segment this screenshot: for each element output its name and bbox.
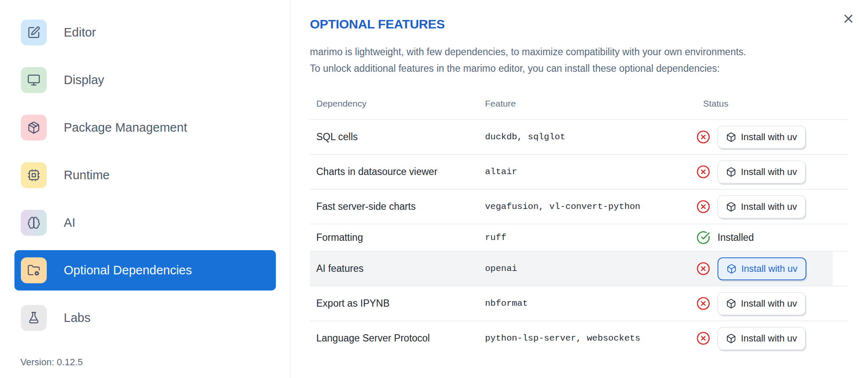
circle-x-icon: [696, 130, 710, 144]
dependency-cell: SQL cells: [310, 131, 485, 143]
sidebar-item-ai[interactable]: AI: [14, 203, 276, 243]
settings-sidebar: Editor Display Package Management Runtim…: [0, 0, 290, 378]
circle-check-icon: [696, 231, 710, 245]
sidebar-item-runtime[interactable]: Runtime: [14, 155, 276, 195]
column-header-dependency: Dependency: [310, 99, 485, 109]
sidebar-item-optional-dependencies[interactable]: Optional Dependencies: [14, 250, 276, 291]
cpu-icon: [21, 162, 47, 188]
sidebar-item-label: Optional Dependencies: [64, 263, 192, 277]
sidebar-item-labs[interactable]: Labs: [14, 298, 276, 338]
install-with-uv-button[interactable]: Install with uv: [718, 292, 806, 315]
sidebar-item-package-management[interactable]: Package Management: [14, 107, 276, 148]
edit-icon: [21, 20, 47, 45]
feature-cell: python-lsp-server, websockets: [485, 333, 696, 343]
table-row: AI features openai Install with uv: [310, 251, 848, 286]
column-header-feature: Feature: [485, 99, 696, 109]
dependency-cell: Formatting: [310, 232, 485, 243]
install-button-label: Install with uv: [741, 201, 797, 212]
package-icon: [726, 132, 736, 142]
optional-features-panel: OPTIONAL FEATURES marimo is lightweight,…: [290, 0, 868, 378]
monitor-icon: [21, 67, 47, 93]
install-with-uv-button[interactable]: Install with uv: [718, 161, 806, 183]
install-button-label: Install with uv: [741, 132, 797, 143]
feature-cell: openai: [485, 264, 696, 274]
sidebar-item-label: Editor: [64, 25, 96, 39]
dependency-cell: Charts in datasource viewer: [310, 166, 485, 178]
package-icon: [726, 264, 737, 274]
status-cell: Install with uv: [696, 292, 848, 315]
package-icon: [726, 299, 736, 309]
package-icon: [726, 167, 736, 177]
install-button-label: Install with uv: [741, 166, 797, 178]
dependency-cell: Export as IPYNB: [310, 298, 485, 309]
column-header-status: Status: [696, 99, 848, 109]
feature-cell: vegafusion, vl-convert-python: [485, 202, 696, 212]
status-cell: Install with uv: [696, 126, 848, 149]
status-cell: Install with uv: [696, 327, 848, 350]
sidebar-item-display[interactable]: Display: [14, 60, 276, 100]
install-with-uv-button[interactable]: Install with uv: [718, 327, 806, 350]
dependency-cell: Fast server-side charts: [310, 201, 485, 212]
installed-status-label: Installed: [718, 232, 754, 243]
feature-cell: ruff: [485, 233, 696, 243]
flask-icon: [21, 305, 47, 331]
feature-cell: duckdb, sqlglot: [485, 132, 696, 142]
status-cell: Install with uv: [696, 195, 848, 218]
folder-cog-icon: [21, 257, 47, 283]
sidebar-item-label: Display: [64, 73, 104, 87]
version-text: Version: 0.12.5: [14, 357, 290, 368]
dependency-cell: AI features: [310, 263, 485, 274]
circle-x-icon: [696, 200, 710, 214]
install-with-uv-button[interactable]: Install with uv: [718, 126, 806, 149]
description-line: To unlock additional features in the mar…: [310, 60, 868, 77]
status-cell: Install with uv: [696, 257, 848, 280]
table-header-row: Dependency Feature Status: [310, 88, 848, 119]
package-icon: [726, 202, 736, 212]
sidebar-item-label: Package Management: [64, 121, 187, 135]
install-with-uv-button[interactable]: Install with uv: [718, 195, 806, 218]
feature-cell: nbformat: [485, 299, 696, 308]
sidebar-item-label: Runtime: [64, 168, 110, 182]
table-row: Formatting ruff Installed: [310, 224, 848, 251]
install-with-uv-button[interactable]: Install with uv: [718, 257, 806, 280]
circle-x-icon: [696, 165, 710, 179]
install-button-label: Install with uv: [741, 263, 797, 274]
circle-x-icon: [696, 331, 710, 345]
table-row: Charts in datasource viewer altair Insta…: [310, 154, 848, 189]
close-icon[interactable]: [842, 12, 855, 25]
dependency-cell: Language Server Protocol: [310, 333, 485, 344]
sidebar-item-editor[interactable]: Editor: [14, 12, 276, 53]
dependencies-table: Dependency Feature Status SQL cells duck…: [310, 88, 848, 355]
status-cell: Install with uv: [696, 161, 848, 183]
install-button-label: Install with uv: [741, 298, 797, 309]
panel-description: marimo is lightweight, with few dependen…: [310, 44, 868, 77]
description-line: marimo is lightweight, with few dependen…: [310, 44, 868, 60]
brain-icon: [21, 210, 47, 236]
package-icon: [726, 333, 736, 344]
table-row: Export as IPYNB nbformat Install with uv: [310, 286, 848, 321]
sidebar-item-label: Labs: [64, 311, 91, 325]
circle-x-icon: [696, 262, 710, 276]
page-title: OPTIONAL FEATURES: [310, 16, 868, 32]
package-icon: [21, 115, 47, 141]
sidebar-item-label: AI: [64, 216, 75, 230]
status-cell: Installed: [696, 231, 848, 245]
table-row: SQL cells duckdb, sqlglot Install with u…: [310, 119, 848, 154]
feature-cell: altair: [485, 167, 696, 177]
circle-x-icon: [696, 296, 710, 310]
table-row: Fast server-side charts vegafusion, vl-c…: [310, 189, 848, 224]
install-button-label: Install with uv: [741, 333, 797, 344]
table-row: Language Server Protocol python-lsp-serv…: [310, 321, 848, 355]
